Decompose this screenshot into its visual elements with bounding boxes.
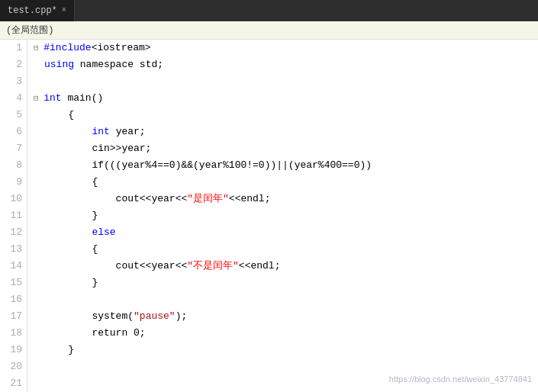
line-numbers: 123456789101112131415161718192021	[0, 40, 27, 392]
code-token: {	[44, 176, 98, 188]
code-token: {	[44, 243, 98, 255]
line-number: 6	[3, 124, 22, 140]
code-token: #include	[43, 42, 91, 53]
line-number: 8	[3, 157, 22, 174]
code-token: cout<<year<<	[44, 193, 187, 204]
table-row	[34, 375, 538, 392]
code-token: }	[44, 210, 98, 221]
code-token: "不是闰年"	[187, 260, 239, 272]
code-token: main()	[62, 92, 104, 104]
code-token: }	[44, 344, 74, 355]
code-token: else	[44, 227, 116, 238]
code-area[interactable]: ⊟ #include<iostream>using namespace std;…	[27, 40, 538, 392]
tab-filename: test.cpp*	[8, 5, 57, 16]
table-row: cin>>year;	[34, 140, 538, 157]
table-row: system("pause");	[34, 308, 538, 325]
code-token: system(	[44, 310, 134, 322]
line-number: 12	[3, 224, 22, 241]
table-row: cout<<year<<"不是闰年"<<endl;	[34, 258, 538, 275]
code-token: cout<<year<<	[44, 260, 187, 272]
line-number: 7	[3, 140, 22, 157]
editor: 123456789101112131415161718192021 ⊟ #inc…	[0, 40, 538, 392]
table-row: {	[34, 107, 538, 124]
close-icon[interactable]: ×	[62, 6, 66, 14]
breadcrumb: (全局范围)	[0, 21, 538, 40]
line-number: 21	[3, 375, 22, 392]
code-token: cin>>year;	[44, 143, 151, 154]
table-row: {	[34, 174, 538, 191]
code-token: using	[44, 59, 74, 70]
breadcrumb-label: (全局范围)	[6, 24, 53, 37]
table-row: {	[34, 241, 538, 258]
code-token: "pause"	[134, 310, 176, 322]
line-number: 14	[3, 258, 22, 275]
line-number: 3	[3, 73, 22, 90]
line-number: 1	[3, 40, 22, 56]
code-token: {	[44, 109, 74, 120]
table-row: using namespace std;	[34, 56, 538, 73]
code-token: "是闰年"	[187, 193, 229, 204]
line-number: 18	[3, 325, 22, 342]
table-row: }	[34, 207, 538, 224]
table-row: }	[34, 342, 538, 358]
fold-icon[interactable]: ⊟	[34, 43, 43, 53]
table-row: if(((year%4==0)&&(year%100!=0))||(year%4…	[34, 157, 538, 174]
table-row: }	[34, 275, 538, 291]
fold-icon[interactable]: ⊟	[34, 94, 43, 103]
code-token: int	[43, 92, 61, 104]
table-row: else	[34, 224, 538, 241]
table-row	[34, 358, 538, 375]
table-row: return 0;	[34, 325, 538, 342]
table-row: cout<<year<<"是闰年"<<endl;	[34, 191, 538, 207]
code-token: <<endl;	[229, 193, 271, 204]
code-token: <<endl;	[239, 260, 281, 272]
code-token: }	[44, 277, 98, 288]
code-token: if(((year%4==0)&&(year%100!=0))||(year%4…	[44, 159, 372, 171]
line-number: 5	[3, 107, 22, 124]
line-number: 15	[3, 275, 22, 291]
title-bar: test.cpp* ×	[0, 0, 538, 21]
line-number: 9	[3, 174, 22, 191]
line-number: 11	[3, 207, 22, 224]
line-number: 4	[3, 90, 22, 107]
file-tab[interactable]: test.cpp* ×	[0, 0, 75, 21]
code-token: year;	[110, 126, 146, 137]
line-number: 20	[3, 358, 22, 375]
code-token: namespace std;	[74, 59, 163, 70]
code-token: return 0;	[44, 327, 146, 339]
line-number: 2	[3, 56, 22, 73]
line-number: 16	[3, 291, 22, 308]
code-token: <iostream>	[92, 42, 151, 53]
table-row: ⊟ int main()	[34, 90, 538, 107]
table-row	[34, 73, 538, 90]
line-number: 13	[3, 241, 22, 258]
table-row: int year;	[34, 124, 538, 140]
table-row: ⊟ #include<iostream>	[34, 40, 538, 56]
line-number: 17	[3, 308, 22, 325]
table-row	[34, 291, 538, 308]
code-token: int	[44, 126, 110, 137]
code-token: );	[176, 310, 188, 322]
line-number: 10	[3, 191, 22, 207]
line-number: 19	[3, 342, 22, 358]
